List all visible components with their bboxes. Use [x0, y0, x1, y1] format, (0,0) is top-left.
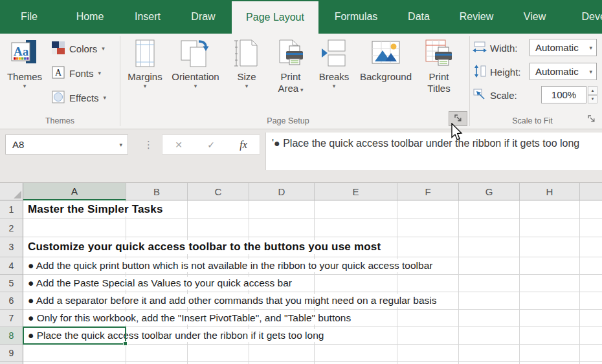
formula-input[interactable]: '● Place the quick access toolbar under … — [265, 133, 602, 170]
spreadsheet: A B C D E F G H 1 Master the Simpler Tas… — [0, 183, 602, 364]
select-all-corner[interactable] — [0, 183, 23, 200]
scale-icon — [473, 88, 487, 103]
row-3-cells[interactable]: Customize your quick access toolbar to t… — [23, 237, 602, 257]
insert-function-button[interactable]: fx — [240, 139, 247, 151]
scale-input[interactable]: 100% — [541, 86, 586, 103]
selected-cell-a8[interactable] — [23, 327, 126, 345]
row-header-4[interactable]: 4 — [0, 257, 23, 275]
page-setup-dialog-launcher[interactable] — [449, 111, 467, 126]
formula-bar-buttons: ✕ ✓ fx — [162, 134, 260, 155]
margins-button-label: Margins — [128, 71, 162, 83]
row-header-8[interactable]: 8 — [0, 327, 23, 345]
tab-file[interactable]: File — [13, 0, 45, 34]
column-header-g[interactable]: G — [459, 183, 520, 200]
themes-button[interactable]: Aa Themes ▾ — [4, 36, 45, 115]
row-1-cells[interactable]: Master the Simpler Tasks — [23, 200, 602, 219]
scale-height-row: Height: — [473, 63, 521, 81]
chevron-down-icon: ▾ — [23, 83, 27, 89]
scale-spinner: ▴ ▾ — [588, 86, 597, 103]
cell-a4-text: ● Add the quick print button which is no… — [27, 259, 434, 272]
chevron-down-icon: ▾ — [333, 83, 336, 89]
breaks-icon — [322, 36, 346, 71]
print-titles-icon — [425, 36, 453, 71]
effects-button-label: Effects — [69, 92, 99, 103]
row-3: 3 Customize your quick access toolbar to… — [0, 237, 602, 257]
name-box[interactable]: A8 ▾ — [5, 134, 128, 155]
width-value: Automatic — [535, 42, 589, 53]
column-header-a[interactable]: A — [23, 183, 126, 200]
chevron-down-icon: ▾ — [300, 87, 304, 93]
tab-data[interactable]: Data — [401, 0, 436, 34]
tab-insert[interactable]: Insert — [124, 0, 172, 34]
group-separator — [120, 36, 120, 126]
row-header-1[interactable]: 1 — [0, 200, 23, 219]
row-1: 1 Master the Simpler Tasks — [0, 200, 602, 219]
row-header-5[interactable]: 5 — [0, 275, 23, 292]
excel-window: File Home Insert Draw Page Layout Formul… — [0, 0, 602, 364]
row-2-cells[interactable] — [23, 219, 602, 237]
themes-icon: Aa — [10, 36, 39, 71]
print-area-button[interactable]: Print Area▾ — [271, 36, 311, 115]
tab-formulas[interactable]: Formulas — [330, 0, 382, 34]
size-icon — [234, 36, 260, 71]
cell-a9-text — [27, 352, 29, 354]
column-header-d[interactable]: D — [249, 183, 315, 200]
row-5-cells[interactable]: ● Add the Paste Special as Values to you… — [23, 275, 602, 292]
tab-page-layout[interactable]: Page Layout — [232, 1, 318, 34]
row-4-cells[interactable]: ● Add the quick print button which is no… — [23, 257, 602, 275]
margins-button[interactable]: Margins ▾ — [127, 36, 163, 115]
tab-view[interactable]: View — [517, 0, 553, 34]
background-button[interactable]: Background — [355, 36, 417, 115]
row-header-6[interactable]: 6 — [0, 292, 23, 310]
spinner-down-button[interactable]: ▾ — [588, 95, 597, 104]
print-titles-button-label-2: Titles — [427, 83, 450, 94]
row-7-cells[interactable]: ● Only for this workbook, add the "Inser… — [23, 310, 602, 327]
breaks-button-label: Breaks — [319, 71, 350, 83]
tab-developer[interactable]: Developer — [570, 0, 602, 34]
row-header-2[interactable]: 2 — [0, 219, 23, 237]
row-header-7[interactable]: 7 — [0, 310, 23, 327]
breaks-button[interactable]: Breaks ▾ — [316, 36, 352, 115]
size-button[interactable]: Size ▾ — [228, 36, 265, 115]
svg-text:A: A — [55, 68, 62, 78]
tab-home[interactable]: Home — [67, 0, 113, 34]
cell-a1-text: Master the Simpler Tasks — [27, 202, 164, 217]
fonts-button-label: Fonts — [69, 68, 94, 79]
print-area-button-label: Print — [281, 71, 301, 83]
width-dropdown[interactable]: Automatic ▾ — [530, 39, 597, 56]
print-titles-button-label: Print — [429, 71, 449, 83]
row-header-3[interactable]: 3 — [0, 237, 23, 257]
chevron-down-icon: ▾ — [589, 69, 592, 75]
row-9-cells[interactable] — [23, 345, 602, 362]
column-header-e[interactable]: E — [315, 183, 397, 200]
spinner-up-button[interactable]: ▴ — [588, 86, 597, 95]
column-header-f[interactable]: F — [397, 183, 459, 200]
height-value: Automatic — [535, 66, 589, 77]
row-6-cells[interactable]: ● Add a separator before it and add othe… — [23, 292, 602, 310]
print-titles-button[interactable]: Print Titles — [419, 36, 458, 115]
row-header-9[interactable]: 9 — [0, 345, 23, 362]
formula-bar-area: A8 ▾ ⋮ ✕ ✓ fx '● Place the quick access … — [0, 129, 602, 183]
fonts-icon: A — [52, 66, 65, 81]
tab-review[interactable]: Review — [456, 0, 497, 34]
scale-to-fit-dialog-launcher[interactable] — [585, 114, 597, 125]
column-header-c[interactable]: C — [188, 183, 249, 200]
effects-button[interactable]: Effects ▾ — [52, 88, 106, 107]
height-dropdown[interactable]: Automatic ▾ — [530, 63, 597, 80]
enter-button[interactable]: ✓ — [207, 140, 215, 150]
colors-button[interactable]: Colors ▾ — [52, 39, 105, 58]
scale-row: Scale: — [473, 86, 517, 104]
column-header-partial[interactable] — [580, 183, 602, 200]
tab-draw[interactable]: Draw — [182, 0, 225, 34]
chevron-down-icon[interactable]: ▾ — [119, 142, 128, 148]
svg-text:Aa: Aa — [14, 45, 29, 58]
column-header-b[interactable]: B — [126, 183, 188, 200]
fonts-button[interactable]: A Fonts ▾ — [52, 63, 101, 83]
page-setup-group-label: Page Setup — [126, 116, 450, 125]
cancel-button[interactable]: ✕ — [175, 140, 183, 150]
fill-handle[interactable] — [123, 341, 128, 346]
orientation-button[interactable]: Orientation ▾ — [166, 36, 225, 115]
column-header-h[interactable]: H — [520, 183, 580, 200]
chevron-down-icon: ▾ — [589, 45, 592, 51]
row-7: 7 ● Only for this workbook, add the "Ins… — [0, 310, 602, 327]
